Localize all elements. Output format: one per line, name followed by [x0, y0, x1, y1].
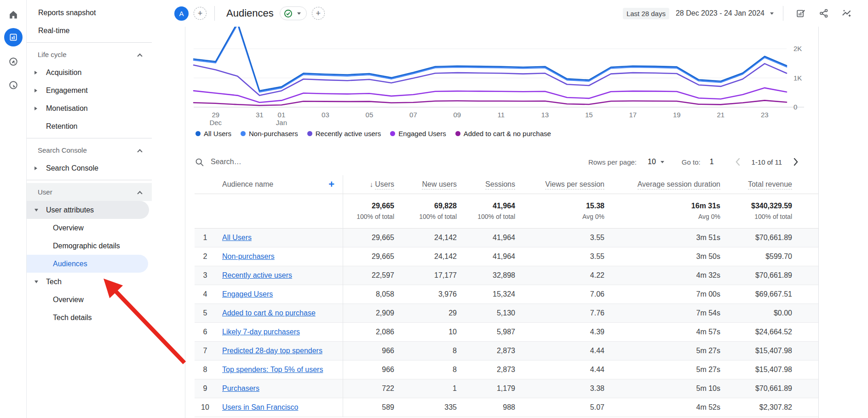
sidebar-item-retention[interactable]: Retention: [27, 117, 152, 135]
chevron-down-icon: [297, 12, 301, 15]
sidebar-item-audiences-selected[interactable]: Audiences: [27, 255, 148, 273]
users-cell: 966: [343, 347, 394, 355]
home-icon[interactable]: [4, 6, 23, 24]
table-row: 10Users in San Francisco5893359885.074m …: [195, 398, 818, 417]
column-label: Views per session: [545, 180, 604, 189]
section-label: Search Console: [38, 146, 87, 154]
avg-session-duration-cell: 4m 52s: [604, 403, 720, 412]
column-header-new-users[interactable]: New users: [394, 180, 457, 189]
table-row: 6Likely 7-day purchasers2,086105,9874.39…: [195, 323, 818, 342]
views-per-session-cell: 3.38: [515, 384, 604, 393]
goto-page-input[interactable]: 1: [710, 158, 714, 166]
views-per-session-cell: 7.06: [515, 290, 604, 298]
row-number: 4: [195, 290, 216, 298]
audience-name-cell: Engaged Users: [216, 290, 343, 298]
sessions-cell: 5,987: [457, 328, 515, 336]
avg-session-duration-cell: 4m 32s: [604, 271, 720, 280]
total-revenue-cell: $15,407.98: [720, 366, 792, 374]
date-picker-caret[interactable]: [770, 12, 774, 15]
share-icon[interactable]: [816, 5, 832, 22]
sidebar-item-label: Overview: [53, 224, 84, 232]
column-header-users[interactable]: ↓Users: [343, 180, 394, 189]
sidebar-item-realtime[interactable]: Real-time: [27, 22, 152, 40]
column-header-audience-name[interactable]: Audience name +: [216, 179, 343, 189]
sidebar-section-user[interactable]: User: [27, 183, 152, 201]
rows-per-page-select[interactable]: 10: [648, 158, 656, 166]
sidebar-item-tech[interactable]: Tech: [27, 273, 152, 291]
table-totals-row: 29,665100% of total 69,828100% of total …: [195, 194, 818, 229]
search-box[interactable]: [195, 157, 588, 167]
sidebar-item-tech-overview[interactable]: Overview: [27, 291, 152, 309]
sidebar-item-demographic-details[interactable]: Demographic details: [27, 237, 152, 255]
column-label: New users: [422, 180, 457, 189]
audience-link[interactable]: Users in San Francisco: [222, 403, 298, 411]
audience-name-cell: All Users: [216, 234, 343, 242]
column-header-sessions[interactable]: Sessions: [457, 180, 515, 189]
svg-text:21: 21: [717, 111, 724, 119]
sidebar-item-reports-snapshot[interactable]: Reports snapshot: [27, 4, 152, 22]
search-input[interactable]: [211, 158, 358, 166]
rows-per-page-caret[interactable]: [661, 161, 664, 163]
column-header-total-revenue[interactable]: Total revenue: [720, 180, 792, 189]
sidebar-item-ua-overview[interactable]: Overview: [27, 219, 152, 237]
audience-link[interactable]: Recently active users: [222, 271, 292, 279]
row-number: 3: [195, 271, 216, 280]
add-comparison-button[interactable]: +: [194, 7, 207, 20]
svg-text:2K: 2K: [793, 45, 802, 52]
prev-page-button[interactable]: [731, 155, 744, 168]
sidebar-section-life-cycle[interactable]: Life cycle: [27, 46, 152, 63]
sidebar-item-engagement[interactable]: Engagement: [27, 81, 152, 99]
column-label: Users: [375, 180, 394, 189]
audience-link[interactable]: Engaged Users: [222, 290, 273, 298]
reports-icon[interactable]: [4, 28, 23, 46]
table-row: 3Recently active users22,59717,17732,898…: [195, 266, 818, 285]
edit-report-icon[interactable]: [793, 5, 809, 22]
views-per-session-cell: 4.44: [515, 347, 604, 355]
audience-link[interactable]: All Users: [222, 234, 252, 241]
column-header-views-per-session[interactable]: Views per session: [515, 180, 604, 189]
sidebar-item-search-console[interactable]: Search Console: [27, 159, 152, 177]
row-number: 8: [195, 366, 216, 374]
svg-text:13: 13: [541, 111, 549, 119]
legend-item: Engaged Users: [390, 130, 446, 137]
new-users-cell: 29: [394, 309, 457, 317]
legend-item: Added to cart & no purchase: [455, 130, 551, 137]
table-row: 9Purchasers72211,1793.385m 10s$70,661.89: [195, 379, 818, 398]
search-icon: [195, 157, 204, 167]
add-audience-button[interactable]: +: [328, 179, 334, 189]
svg-text:15: 15: [585, 111, 593, 119]
check-circle-icon: [284, 9, 293, 18]
totals-new-users: 69,828100% of total: [394, 202, 457, 220]
add-report-button[interactable]: +: [312, 7, 325, 20]
audience-name-cell: Top spenders: Top 5% of users: [216, 366, 343, 374]
sidebar-item-label: Demographic details: [53, 242, 120, 250]
sidebar-item-user-attributes[interactable]: User attributes: [27, 201, 149, 219]
views-per-session-cell: 4.22: [515, 271, 604, 280]
audience-link[interactable]: Likely 7-day purchasers: [222, 328, 300, 336]
audience-link[interactable]: Non-purchasers: [222, 252, 275, 260]
next-page-button[interactable]: [789, 155, 802, 168]
sidebar-item-tech-details[interactable]: Tech details: [27, 309, 152, 326]
chart-legend: All UsersNon-purchasersRecently active u…: [185, 126, 818, 140]
sidebar-section-search-console[interactable]: Search Console: [27, 141, 152, 159]
explore-icon[interactable]: [4, 52, 23, 71]
totals-sessions: 41,964100% of total: [457, 202, 515, 220]
audience-link[interactable]: Purchasers: [222, 384, 259, 392]
advertising-icon[interactable]: [4, 76, 23, 94]
report-status-pill[interactable]: [280, 6, 307, 20]
audience-link[interactable]: Added to cart & no purchase: [222, 309, 316, 317]
new-users-cell: 17,177: [394, 271, 457, 280]
sessions-cell: 41,964: [457, 234, 515, 242]
table-row: 5Added to cart & no purchase2,909295,130…: [195, 304, 818, 323]
avatar[interactable]: A: [174, 6, 189, 21]
legend-dot-icon: [307, 131, 312, 136]
users-cell: 966: [343, 366, 394, 374]
svg-text:05: 05: [366, 111, 374, 119]
audience-link[interactable]: Predicted 28-day top spenders: [222, 347, 322, 355]
audience-link[interactable]: Top spenders: Top 5% of users: [222, 366, 323, 373]
sidebar-item-acquisition[interactable]: Acquisition: [27, 63, 152, 81]
insights-icon[interactable]: [839, 5, 855, 22]
column-header-avg-session-duration[interactable]: Average session duration: [604, 180, 720, 189]
sidebar-item-monetisation[interactable]: Monetisation: [27, 99, 152, 117]
views-per-session-cell: 3.55: [515, 252, 604, 261]
